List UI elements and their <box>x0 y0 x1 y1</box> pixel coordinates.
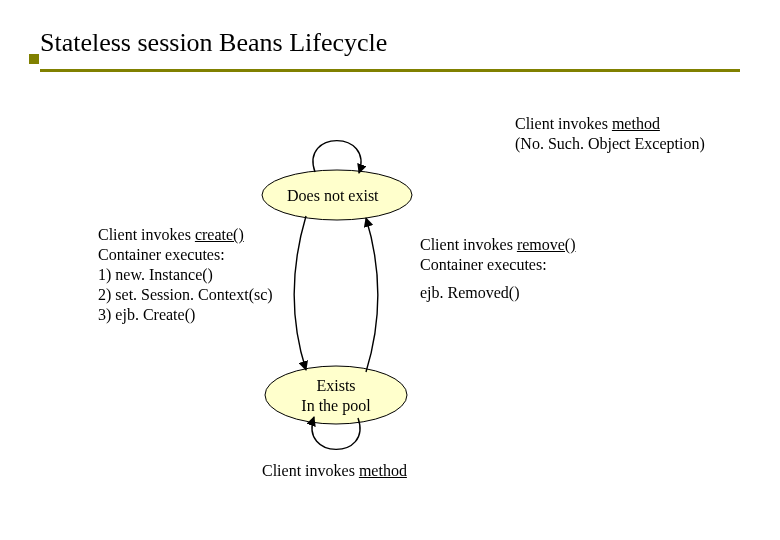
label-does-not-exist: Does not exist <box>287 186 379 206</box>
top-self-line1b: method <box>612 115 660 132</box>
slide: Stateless session Beans Lifecycle Does n… <box>0 0 780 540</box>
top-self-line1a: Client invokes <box>515 115 612 132</box>
left-line2: Container executes: <box>98 246 225 263</box>
left-item1: 1) new. Instance() <box>98 266 213 283</box>
top-self-line2: (No. Such. Object Exception) <box>515 135 705 152</box>
caption-top-self-loop: Client invokes method (No. Such. Object … <box>515 114 705 154</box>
left-line1a: Client invokes <box>98 226 195 243</box>
label-exists-in-pool: Exists In the pool <box>268 376 404 416</box>
left-item3: 3) ejb. Create() <box>98 306 195 323</box>
caption-create-transition: Client invokes create() Container execut… <box>98 225 273 325</box>
right-item1: ejb. Removed() <box>420 284 520 301</box>
label-exists-line2: In the pool <box>301 397 370 414</box>
bottom-a: Client invokes <box>262 462 359 479</box>
right-line1b: remove() <box>517 236 576 253</box>
transition-create <box>294 216 306 370</box>
label-exists-line1: Exists <box>316 377 355 394</box>
self-loop-top <box>313 141 361 173</box>
right-line2: Container executes: <box>420 256 547 273</box>
bottom-b: method <box>359 462 407 479</box>
right-line1a: Client invokes <box>420 236 517 253</box>
left-line1b: create() <box>195 226 244 243</box>
transition-remove <box>366 218 378 372</box>
left-item2: 2) set. Session. Context(sc) <box>98 286 273 303</box>
caption-remove-transition: Client invokes remove() Container execut… <box>420 235 576 303</box>
caption-bottom-self-loop: Client invokes method <box>262 461 407 481</box>
